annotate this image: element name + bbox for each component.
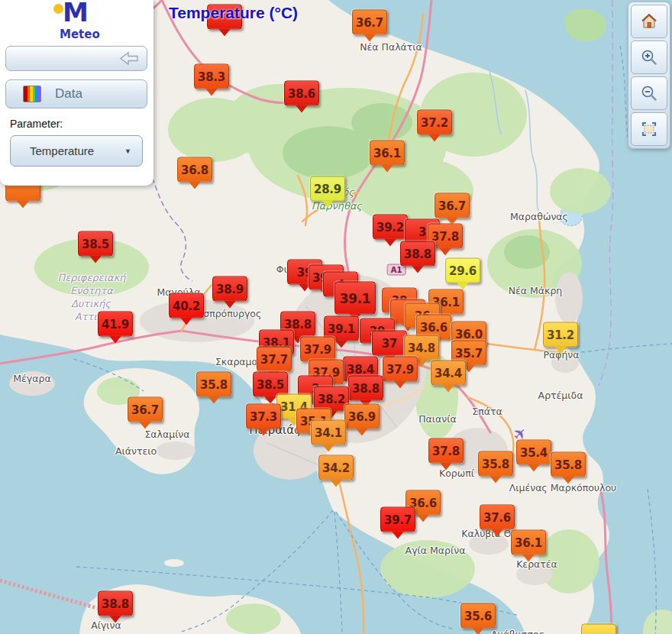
temperature-marker[interactable]: 36.1 — [511, 530, 546, 555]
temperature-marker[interactable]: 37.3 — [246, 404, 281, 429]
temperature-marker[interactable]: 35.8 — [196, 372, 231, 397]
color-scale-icon — [23, 86, 41, 102]
temperature-marker[interactable]: 35.8 — [551, 452, 586, 477]
parameter-label: Parameter: — [10, 118, 63, 130]
zoom-in-button[interactable] — [631, 40, 667, 74]
temperature-marker[interactable]: 36.1 — [370, 141, 405, 166]
temperature-marker[interactable]: 38.6 — [284, 81, 319, 106]
temperature-marker[interactable]: 39.2 — [373, 215, 408, 240]
weather-map-app: Νέα ΠαλάτιαΜαραθώναςΝέα ΜάκρηΡαφήναΑρτέμ… — [0, 0, 672, 634]
temperature-marker[interactable]: 38.3 — [194, 64, 229, 89]
logo-text: Meteo — [60, 27, 100, 41]
temperature-marker[interactable]: 39.7 — [380, 507, 415, 532]
temperature-marker[interactable]: 34.2 — [318, 455, 354, 480]
parameter-value: Temperature — [30, 144, 94, 157]
meteo-logo[interactable]: M Meteo — [0, 0, 153, 43]
temperature-marker[interactable]: 34.1 — [311, 420, 346, 445]
zoom-in-icon — [640, 48, 658, 66]
temperature-marker[interactable]: 38.8 — [98, 591, 133, 616]
zoom-out-icon — [640, 84, 658, 102]
temperature-marker[interactable]: 39.1 — [334, 282, 376, 315]
temperature-marker[interactable]: 37.7 — [257, 347, 292, 372]
temperature-marker[interactable]: 34.4 — [431, 361, 466, 386]
temperature-marker[interactable]: 36.8 — [177, 157, 212, 183]
sidebar-panel: M Meteo Data Parameter: Temperature ▼ — [0, 0, 153, 186]
home-icon — [639, 12, 659, 31]
chevron-down-icon: ▼ — [124, 147, 131, 155]
temperature-marker[interactable]: 35.6 — [460, 603, 496, 629]
home-button[interactable] — [631, 5, 667, 38]
temperature-marker[interactable]: 36.7 — [352, 10, 387, 35]
temperature-marker[interactable]: 38.9 — [212, 277, 247, 302]
temperature-marker[interactable]: 37.8 — [428, 438, 464, 464]
data-label: Data — [55, 86, 82, 102]
page-title: Temperature (°C) — [169, 4, 298, 22]
temperature-marker[interactable] — [581, 624, 616, 634]
zoom-out-button[interactable] — [631, 76, 667, 110]
temperature-marker[interactable]: 36.9 — [344, 404, 380, 429]
temperature-marker[interactable]: 38.5 — [78, 231, 113, 257]
temperature-marker[interactable]: 31.2 — [543, 322, 578, 348]
temperature-marker[interactable]: 37.9 — [300, 337, 335, 362]
temperature-marker[interactable]: 35.8 — [478, 451, 513, 477]
logo-m-icon: M — [63, 0, 89, 27]
temperature-marker[interactable]: 37 — [372, 331, 407, 356]
parameter-dropdown[interactable]: Temperature ▼ — [10, 135, 143, 167]
temperature-marker[interactable]: 38.8 — [400, 241, 435, 267]
temperature-marker[interactable]: 28.9 — [310, 176, 345, 202]
temperature-marker[interactable]: 40.2 — [169, 293, 204, 319]
extent-icon — [640, 120, 658, 138]
full-extent-button[interactable] — [631, 112, 667, 146]
temperature-marker[interactable]: 37.2 — [417, 110, 452, 135]
back-button[interactable] — [5, 46, 147, 71]
map-controls-panel — [628, 2, 670, 149]
data-section-header[interactable]: Data — [5, 79, 147, 108]
temperature-marker[interactable]: 38.8 — [348, 376, 383, 401]
temperature-marker[interactable]: 41.9 — [98, 312, 133, 337]
back-arrow-icon — [119, 51, 139, 66]
temperature-marker[interactable]: 29.6 — [445, 258, 480, 283]
temperature-marker[interactable]: 37.6 — [480, 505, 515, 530]
temperature-marker[interactable]: 37.9 — [383, 357, 418, 382]
temperature-marker[interactable]: 35.4 — [516, 440, 551, 465]
temperature-marker[interactable]: 36.7 — [128, 397, 163, 422]
temperature-marker[interactable]: 36.7 — [435, 193, 470, 218]
